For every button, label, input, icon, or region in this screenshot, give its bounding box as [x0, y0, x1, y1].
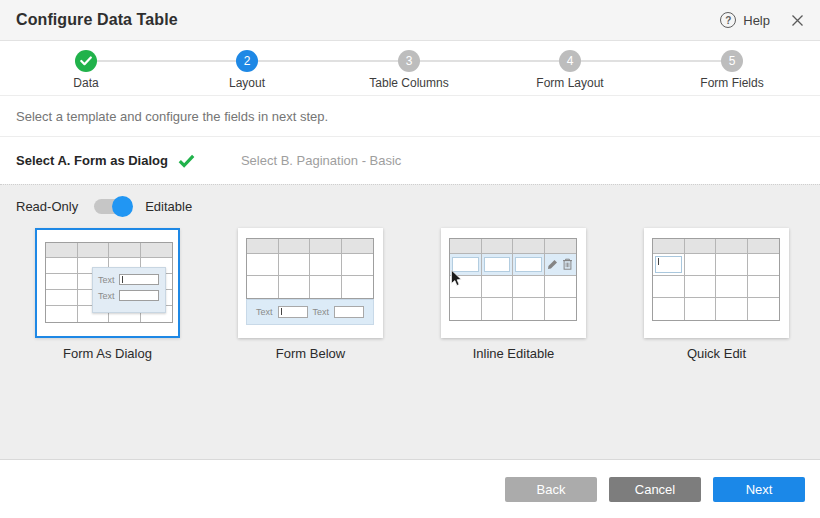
mini-table [652, 238, 780, 321]
back-button[interactable]: Back [505, 477, 597, 502]
mouse-cursor-icon [450, 269, 464, 292]
mini-text-input [119, 290, 159, 301]
template-card-form-below[interactable]: Text Text [238, 228, 383, 338]
editable-toggle[interactable] [94, 199, 131, 214]
template-card-quick-edit[interactable] [644, 228, 789, 338]
mode-toggle-row: Read-Only Editable [0, 185, 820, 214]
step-number: 5 [721, 50, 743, 72]
titlebar-actions: ? Help [720, 12, 804, 28]
step-label: Layout [187, 76, 307, 90]
step-number: 2 [236, 50, 258, 72]
text-cursor [122, 276, 123, 283]
mini-field-label: Text [98, 275, 119, 285]
mini-text-input [278, 306, 308, 318]
selection-a-label[interactable]: Select A. Form as Dialog [16, 153, 168, 168]
step-number: 4 [559, 50, 581, 72]
text-cursor [658, 258, 659, 265]
step-form-fields[interactable]: 5 Form Fields [672, 41, 792, 90]
step-table-columns[interactable]: 3 Table Columns [349, 41, 469, 90]
template-option-form-below: Text Text Form Below [238, 228, 383, 361]
step-complete-check-icon [75, 50, 97, 72]
close-icon[interactable] [791, 14, 804, 27]
template-option-form-as-dialog: Text Text Form As Dialog [35, 228, 180, 361]
mini-text-input [334, 306, 364, 318]
step-label: Form Layout [510, 76, 630, 90]
check-icon [178, 154, 195, 168]
mini-table [246, 238, 374, 299]
template-label: Inline Editable [441, 346, 586, 361]
configure-data-table-dialog: Configure Data Table ? Help Data 2 Layou… [0, 0, 820, 518]
help-button[interactable]: ? Help [720, 12, 770, 28]
template-label: Form Below [238, 346, 383, 361]
help-label: Help [743, 13, 770, 28]
template-cards: Text Text Form As Dialog [0, 228, 820, 361]
next-button[interactable]: Next [713, 477, 805, 502]
step-label: Data [26, 76, 146, 90]
editable-label: Editable [145, 199, 192, 214]
step-label: Table Columns [349, 76, 469, 90]
question-mark-icon: ? [720, 12, 736, 28]
selection-row: Select A. Form as Dialog Select B. Pagin… [0, 137, 820, 184]
step-data[interactable]: Data [26, 41, 146, 90]
template-card-inline-editable[interactable] [441, 228, 586, 338]
mini-table [449, 238, 577, 321]
template-option-quick-edit: Quick Edit [644, 228, 789, 361]
step-label: Form Fields [672, 76, 792, 90]
selection-b-label[interactable]: Select B. Pagination - Basic [241, 153, 401, 168]
pencil-icon [547, 256, 558, 274]
titlebar: Configure Data Table ? Help [0, 0, 820, 41]
page-title: Configure Data Table [16, 11, 178, 29]
template-label: Form As Dialog [35, 346, 180, 361]
step-form-layout[interactable]: 4 Form Layout [510, 41, 630, 90]
trash-icon [562, 256, 573, 274]
footer: Back Cancel Next [0, 460, 820, 517]
instructions-text: Select a template and configure the fiel… [16, 109, 328, 124]
mini-dialog: Text Text [92, 267, 166, 313]
cancel-button[interactable]: Cancel [609, 477, 701, 502]
template-card-form-as-dialog[interactable]: Text Text [35, 228, 180, 338]
read-only-label: Read-Only [16, 199, 78, 214]
instructions-row: Select a template and configure the fiel… [0, 96, 820, 137]
template-panel: Read-Only Editable [0, 184, 820, 460]
mini-dialog-row: Text [98, 290, 160, 301]
template-option-inline-editable: Inline Editable [441, 228, 586, 361]
mini-field-label: Text [313, 307, 330, 317]
mini-text-input [119, 274, 159, 285]
text-cursor [281, 308, 282, 315]
mini-dialog-row: Text [98, 274, 160, 285]
step-layout[interactable]: 2 Layout [187, 41, 307, 90]
step-number: 3 [398, 50, 420, 72]
mini-field-label: Text [98, 291, 119, 301]
toggle-knob [112, 196, 133, 217]
wizard-stepper: Data 2 Layout 3 Table Columns 4 Form Lay… [0, 41, 820, 96]
mini-field-label: Text [256, 307, 273, 317]
template-label: Quick Edit [644, 346, 789, 361]
mini-form-strip: Text Text [246, 299, 374, 325]
